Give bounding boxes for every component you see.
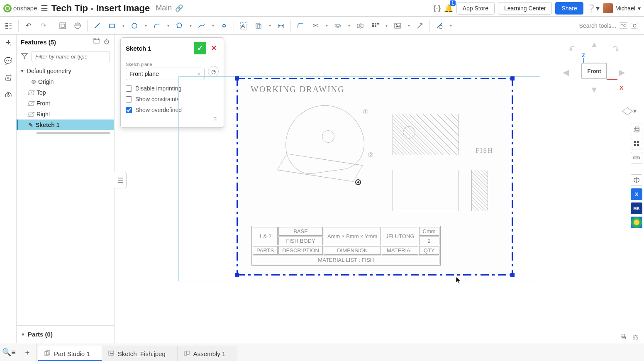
arc-tool-icon[interactable] [150, 19, 164, 33]
filter-icon[interactable] [21, 52, 28, 61]
render-mode-dropdown[interactable]: ▾ [624, 107, 637, 115]
x-app-icon[interactable]: X [631, 188, 642, 200]
comments-icon[interactable]: 💬 [3, 56, 13, 66]
tab-label: Assembly 1 [193, 350, 226, 357]
units-icon[interactable]: ⚖ [632, 333, 638, 341]
stopwatch-icon[interactable] [103, 38, 110, 46]
svg-marker-31 [395, 25, 400, 27]
user-menu[interactable]: Michael ▾ [603, 3, 641, 13]
tree-top-plane[interactable]: Top [17, 87, 114, 98]
polygon-tool-icon[interactable] [172, 19, 186, 33]
final-toggle-icon[interactable]: ◔ [208, 66, 219, 77]
trim-dropdown[interactable]: ▾ [323, 23, 330, 28]
rectangle-dropdown[interactable]: ▾ [120, 23, 127, 28]
trim-tool-icon[interactable]: ✂ [308, 19, 322, 33]
custom-features-icon[interactable]: {·} [434, 4, 441, 12]
measure-icon[interactable] [631, 152, 642, 163]
viewcube-face[interactable]: Front [581, 63, 607, 79]
rectangle-tool-icon[interactable] [105, 19, 119, 33]
corner-handle[interactable] [235, 76, 239, 80]
dimension-tool-icon[interactable] [274, 19, 288, 33]
image-tool-icon[interactable] [390, 19, 405, 33]
tab-image[interactable]: Sketch_Fish.jpeg [102, 346, 178, 361]
tree-right-plane[interactable]: Right [17, 109, 114, 120]
line-tool-icon[interactable] [90, 19, 104, 33]
onshape-app-icon[interactable] [631, 217, 642, 228]
help-icon[interactable]: ❔▾ [587, 4, 600, 13]
transform-tool-icon[interactable] [413, 19, 427, 33]
dialog-title: Sketch 1 [126, 45, 151, 52]
svg-point-39 [7, 77, 9, 79]
circle-tool-icon[interactable] [127, 19, 141, 33]
fillet-tool-icon[interactable] [293, 19, 307, 33]
constraint-dropdown[interactable]: ▾ [447, 23, 454, 28]
pattern-dropdown[interactable]: ▾ [383, 23, 390, 28]
svg-text:+: + [10, 74, 12, 78]
tree-origin[interactable]: Origin [17, 76, 114, 87]
add-tab-icon[interactable]: ＋ [18, 343, 37, 361]
offset-dropdown[interactable]: ▾ [346, 23, 352, 28]
tab-part-studio[interactable]: Part Studio 1 [38, 346, 102, 361]
use-dropdown[interactable]: ▾ [266, 23, 273, 28]
parts-header[interactable]: ▼ Parts (0) [17, 325, 114, 343]
corner-handle[interactable] [510, 76, 515, 80]
branch-label[interactable]: Main [156, 4, 172, 12]
versions-icon[interactable] [3, 90, 13, 100]
corner-handle[interactable] [510, 273, 515, 277]
mirror-tool-icon[interactable] [353, 19, 367, 33]
tab-assembly[interactable]: Assembly 1 [178, 346, 238, 361]
section-view-icon[interactable] [71, 19, 85, 33]
tab-manager-icon[interactable]: 🔍≡ [0, 343, 18, 361]
print-icon[interactable]: 🖶 [620, 333, 627, 341]
spline-dropdown[interactable]: ▾ [210, 23, 216, 28]
sketch-image-rectangle[interactable]: WORKING DRAWING ① ② FISH 1 & 2 [237, 78, 513, 276]
sketch-plane-label: Sketch plane [126, 62, 205, 67]
panel-collapse-handle[interactable]: ☰ [114, 172, 127, 188]
point-tool-icon[interactable] [217, 19, 231, 33]
rollback-bar[interactable] [37, 132, 110, 134]
arc-dropdown[interactable]: ▾ [165, 23, 171, 28]
mk-app-icon[interactable]: MK [631, 202, 642, 214]
feature-tree-toggle-icon[interactable] [2, 19, 16, 33]
tree-default-geometry[interactable]: ▼ Default geometry [17, 66, 114, 76]
image-dropdown[interactable]: ▾ [405, 23, 412, 28]
view-cube[interactable]: ▲ ▼ ◀ ▶ ↶ ↷ Z Front X [563, 40, 625, 102]
offset-tool-icon[interactable] [331, 19, 345, 33]
confirm-button[interactable]: ✓ [194, 42, 206, 54]
document-title[interactable]: Tech Tip - Insert Image [51, 3, 150, 14]
use-tool-icon[interactable] [251, 19, 266, 33]
link-icon[interactable]: 🔗 [175, 4, 183, 12]
tab-bar: 🔍≡ ＋ Part Studio 1 Sketch_Fish.jpeg Asse… [0, 343, 644, 361]
kbd-c: C [631, 23, 638, 29]
tree-front-plane[interactable]: Front [17, 98, 114, 109]
corner-handle[interactable] [235, 273, 239, 277]
sketch-view-icon[interactable] [56, 19, 70, 33]
isometric-icon[interactable] [631, 174, 642, 186]
graphics-canvas[interactable]: ☰ Sketch 1 ✓ ✕ Sketch plane Front plane … [115, 35, 644, 343]
app-store-button[interactable]: App Store [456, 2, 495, 15]
geometry-filter-icon[interactable] [631, 124, 642, 135]
share-button[interactable]: Share [555, 2, 583, 15]
menu-icon[interactable]: ☰ [41, 3, 48, 13]
constraint-tool-icon[interactable] [432, 19, 446, 33]
spline-tool-icon[interactable] [195, 19, 209, 33]
cancel-button[interactable]: ✕ [209, 43, 219, 53]
pattern-tool-icon[interactable] [368, 19, 382, 33]
notif-badge: 1 [450, 0, 456, 6]
polygon-dropdown[interactable]: ▾ [187, 23, 194, 28]
configurations-icon[interactable]: + [3, 73, 13, 83]
mass-props-icon[interactable] [631, 138, 642, 149]
app-logo[interactable]: onshape [3, 4, 37, 12]
search-tools[interactable]: Search tools... ⌥ C [575, 21, 642, 31]
add-folder-icon[interactable]: + [93, 38, 100, 46]
undo-icon[interactable]: ↶ [21, 19, 35, 33]
feature-filter-input[interactable] [32, 51, 110, 62]
cube-icon [622, 107, 633, 115]
learning-center-button[interactable]: Learning Center [498, 2, 552, 15]
tree-sketch-1[interactable]: ✎ Sketch 1 [17, 120, 114, 130]
text-tool-icon[interactable]: A [237, 19, 251, 33]
circle-dropdown[interactable]: ▾ [142, 23, 149, 28]
notifications-icon[interactable]: 🔔1 [444, 4, 453, 13]
add-feature-icon[interactable]: + [3, 38, 13, 48]
redo-icon[interactable]: ↷ [36, 19, 50, 33]
